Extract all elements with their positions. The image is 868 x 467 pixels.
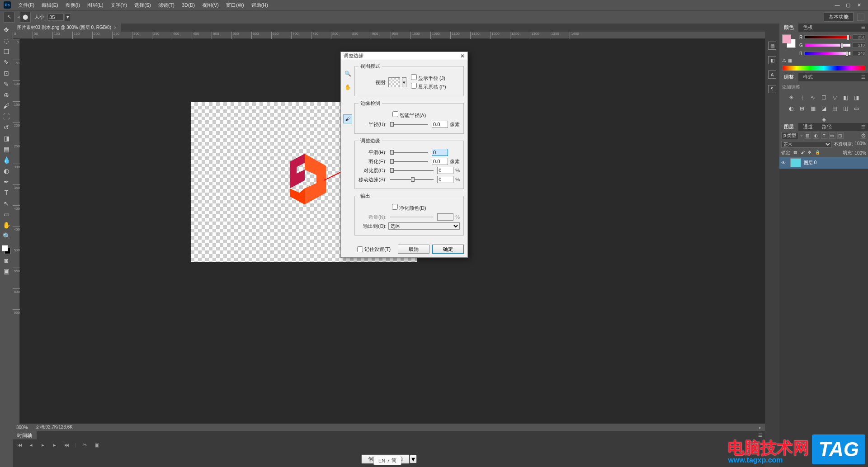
shift-edge-slider[interactable]	[390, 179, 434, 180]
dodge-tool-icon[interactable]: ◐	[2, 166, 11, 175]
r-slider[interactable]	[804, 35, 851, 39]
hue-strip[interactable]	[782, 66, 865, 71]
brush-tool-icon[interactable]: 🖌	[2, 101, 11, 110]
hand-tool-icon[interactable]: ✋	[2, 221, 11, 230]
quick-select-tool-icon[interactable]: ✎	[2, 58, 11, 67]
menu-select[interactable]: 选择(S)	[131, 2, 155, 9]
timeline-first-icon[interactable]: ⏮	[16, 442, 23, 448]
b-slider[interactable]	[804, 52, 851, 55]
selective-color-icon[interactable]: ◈	[820, 116, 827, 123]
screenmode-tool-icon[interactable]: ▣	[2, 267, 11, 276]
dialog-hand-tool-icon[interactable]: ✋	[343, 83, 352, 92]
gradient-map-icon[interactable]: ▭	[853, 105, 860, 112]
tab-adjustments[interactable]: 调整	[779, 73, 798, 81]
brush-preset-icon[interactable]: ⬤	[20, 12, 31, 23]
tab-channels[interactable]: 通道	[798, 123, 817, 131]
type-tool-icon[interactable]: T	[2, 188, 11, 197]
bw-icon[interactable]: ◨	[853, 94, 860, 101]
layers-panel-menu-icon[interactable]: ≡	[859, 123, 868, 131]
timeline-last-icon[interactable]: ⏭	[63, 442, 70, 448]
foreground-color-icon[interactable]	[2, 245, 8, 251]
adjust-panel-menu-icon[interactable]: ≡	[859, 73, 868, 81]
filter-shape-icon[interactable]: ▭	[829, 132, 835, 139]
lock-all-icon[interactable]: 🔒	[815, 150, 821, 156]
tab-styles[interactable]: 样式	[798, 73, 817, 81]
document-tab[interactable]: 图片素材03 副本.png @ 300% (图层 0, RGB/8) ×	[13, 24, 121, 32]
menu-filter[interactable]: 滤镜(T)	[155, 2, 178, 9]
brightness-icon[interactable]: ☀	[788, 94, 795, 101]
zoom-tool-icon[interactable]: 🔍	[2, 231, 11, 241]
panel-menu-icon[interactable]: ≡	[859, 24, 868, 32]
shape-tool-icon[interactable]: ▭	[2, 210, 11, 219]
filter-toggle-icon[interactable]: ⏻	[860, 132, 866, 139]
feather-slider[interactable]	[390, 161, 428, 162]
layer-row[interactable]: 👁 图层 0	[779, 157, 868, 169]
current-tool-icon[interactable]: ↖	[4, 12, 14, 23]
show-radius-checkbox[interactable]: 显示半径 (J)	[411, 74, 446, 82]
invert-icon[interactable]: ◪	[820, 105, 827, 112]
menu-file[interactable]: 文件(F)	[14, 2, 38, 9]
blend-mode-select[interactable]: 正常	[781, 141, 832, 148]
threshold-icon[interactable]: ◫	[842, 105, 849, 112]
history-panel-icon[interactable]: ▤	[768, 42, 776, 50]
vibrance-icon[interactable]: ▽	[831, 94, 838, 101]
tab-layers[interactable]: 图层	[779, 123, 798, 131]
cancel-button[interactable]: 取消	[398, 245, 429, 254]
b-value[interactable]	[853, 51, 865, 56]
window-close-icon[interactable]: ✕	[854, 2, 864, 8]
feather-input[interactable]	[432, 158, 448, 165]
smooth-slider[interactable]	[390, 152, 428, 153]
smart-radius-checkbox[interactable]: 智能半径(A)	[392, 111, 426, 119]
filter-adjust-icon[interactable]: ◐	[813, 132, 819, 139]
tab-color[interactable]: 颜色	[779, 24, 798, 32]
workspace-selector[interactable]: 基本功能	[824, 12, 854, 22]
pen-tool-icon[interactable]: ✒	[2, 177, 11, 186]
timeline-tab[interactable]: 时间轴	[13, 431, 37, 439]
exposure-icon[interactable]: ☐	[820, 94, 827, 101]
dialog-close-icon[interactable]: ✕	[460, 53, 465, 59]
blur-tool-icon[interactable]: 💧	[2, 156, 11, 165]
tab-paths[interactable]: 路径	[817, 123, 836, 131]
eraser-tool-icon[interactable]: ◨	[2, 134, 11, 143]
menu-help[interactable]: 帮助(H)	[248, 2, 272, 9]
panel-toggle-icon[interactable]	[857, 14, 864, 21]
color-lookup-icon[interactable]: ▦	[809, 105, 816, 112]
shift-edge-input[interactable]	[437, 176, 453, 183]
timeline-play-icon[interactable]: ▸	[40, 442, 46, 448]
properties-panel-icon[interactable]: ◧	[768, 56, 776, 64]
lock-position-icon[interactable]: ✥	[808, 150, 813, 156]
menu-type[interactable]: 文字(Y)	[107, 2, 131, 9]
ok-button[interactable]: 确定	[432, 245, 464, 254]
tab-close-icon[interactable]: ×	[114, 25, 117, 30]
eyedropper-tool-icon[interactable]: ✎	[2, 80, 11, 89]
gradient-tool-icon[interactable]: ▤	[2, 145, 11, 154]
history-brush-tool-icon[interactable]: ↺	[2, 123, 11, 132]
contrast-slider[interactable]	[390, 170, 434, 171]
menu-edit[interactable]: 编辑(E)	[38, 2, 62, 9]
lasso-tool-icon[interactable]: ❑	[2, 47, 11, 56]
timeline-transition-icon[interactable]: ▣	[94, 442, 100, 448]
menu-layer[interactable]: 图层(L)	[84, 2, 107, 9]
output-to-select[interactable]: 选区	[388, 222, 460, 230]
layer-filter-kind[interactable]: p 类型	[781, 132, 798, 139]
marquee-tool-icon[interactable]: ◌	[2, 36, 11, 45]
healing-tool-icon[interactable]: ⊕	[2, 90, 11, 99]
window-minimize-icon[interactable]: ―	[832, 2, 843, 8]
filter-type-icon[interactable]: T	[821, 132, 827, 139]
websafe-icon[interactable]: ▦	[788, 58, 792, 63]
character-panel-icon[interactable]: A	[768, 71, 776, 79]
g-slider[interactable]	[805, 43, 851, 47]
color-panel-fg-swatch[interactable]	[782, 34, 791, 43]
stamp-tool-icon[interactable]: ⛶	[2, 112, 11, 121]
brush-size-input[interactable]	[47, 14, 64, 21]
filter-smart-icon[interactable]: ◫	[837, 132, 844, 139]
layer-name[interactable]: 图层 0	[804, 160, 816, 166]
layer-visibility-icon[interactable]: 👁	[781, 160, 788, 165]
fill-value[interactable]: 100%	[854, 151, 866, 156]
decontaminate-checkbox[interactable]: 净化颜色(D)	[392, 204, 426, 212]
levels-icon[interactable]: ⟊	[798, 94, 806, 101]
menu-window[interactable]: 窗口(W)	[222, 2, 248, 9]
curves-icon[interactable]: ∿	[809, 94, 816, 101]
lock-transparency-icon[interactable]: ▦	[793, 150, 799, 156]
gamut-warn-icon[interactable]: ⚠	[782, 58, 786, 63]
